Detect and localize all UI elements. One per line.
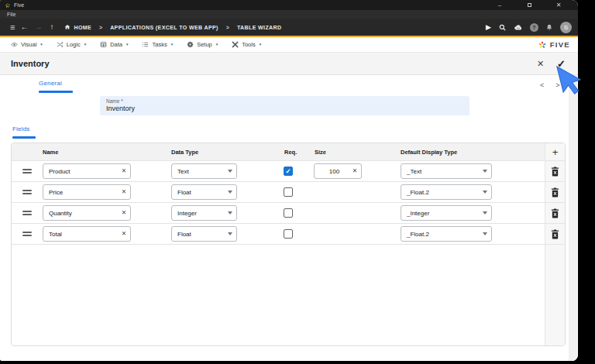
toolbar: Visual ▼ Logic ▼ Data ▼ Tasks ▼ (0, 37, 578, 53)
required-checkbox[interactable]: ✓ (284, 187, 293, 197)
nav-bar: ≡ ← → ↑ HOME > APPLICATIONS (EXCEL TO WE… (0, 19, 578, 36)
tab-fields[interactable]: Fields (12, 125, 30, 132)
field-name-input[interactable]: ✕ (43, 226, 131, 242)
column-header-default-display-type: Default Display Type (399, 149, 531, 156)
fields-table: Name Data Type Req. Size Default Display… (11, 143, 566, 346)
default-display-select[interactable]: _Integer (401, 205, 492, 221)
breadcrumb-applications[interactable]: APPLICATIONS (EXCEL TO WEB APP) (110, 25, 218, 30)
default-display-select[interactable]: _Float.2 (401, 226, 492, 242)
toolbar-menu-logic[interactable]: Logic ▼ (57, 41, 87, 48)
delete-field-button[interactable] (545, 161, 565, 181)
size-input[interactable]: ✕ (314, 163, 362, 179)
close-button[interactable]: ✕ (544, 0, 573, 10)
drag-handle-icon (22, 187, 32, 197)
default-display-select[interactable]: _Text (401, 163, 492, 179)
navbar-actions: ▶ ? S (486, 22, 572, 33)
dropdown-caret-icon: ▼ (215, 43, 218, 46)
column-header-req: Req. (283, 149, 314, 156)
clear-icon[interactable]: ✕ (122, 168, 126, 174)
menu-bar: File (0, 10, 578, 19)
clear-icon[interactable]: ✕ (353, 168, 357, 174)
notifications-button[interactable] (545, 23, 553, 32)
select-caret-icon (228, 170, 232, 173)
form-content: General < > Name * Inventory Fields Name… (0, 75, 578, 361)
app-identity: Five (5, 2, 24, 9)
drag-handle[interactable] (12, 229, 43, 239)
clear-icon[interactable]: ✕ (122, 189, 126, 195)
field-name-input[interactable]: ✕ (43, 184, 131, 200)
record-pager: < > (540, 81, 560, 89)
toolbar-menu-tools[interactable]: Tools ▼ (232, 41, 262, 48)
assistant-button[interactable] (514, 23, 523, 31)
add-field-button[interactable]: + (545, 143, 565, 160)
scrollbar[interactable] (569, 75, 577, 361)
data-type-select[interactable]: Float (171, 226, 237, 242)
name-field[interactable]: Name * Inventory (100, 96, 469, 115)
five-logo-icon (538, 40, 547, 50)
close-icon: ✕ (537, 59, 544, 68)
tab-general[interactable]: General (39, 80, 62, 87)
up-button[interactable]: ↑ (50, 23, 53, 31)
action-column-fill (545, 245, 565, 345)
toolbar-menu-label: Setup (197, 41, 212, 48)
cancel-button[interactable]: ✕ (537, 59, 544, 69)
dropdown-caret-icon: ▼ (126, 43, 129, 46)
data-type-select[interactable]: Float (171, 184, 237, 200)
field-name-input[interactable]: ✕ (43, 205, 131, 221)
column-header-size: Size (314, 149, 399, 156)
default-display-select[interactable]: _Float.2 (401, 184, 492, 200)
data-type-select[interactable]: Integer (171, 205, 237, 221)
delete-field-button[interactable] (545, 203, 565, 223)
toolbar-menu-data[interactable]: Data ▼ (100, 41, 129, 48)
toolbar-menu-tasks[interactable]: Tasks ▼ (142, 41, 174, 48)
drag-handle-icon (22, 208, 32, 218)
toolbar-menu-label: Tasks (152, 41, 167, 48)
select-caret-icon (483, 191, 487, 194)
toolbar-menu-label: Visual (21, 41, 36, 48)
bell-icon (545, 23, 553, 32)
back-button[interactable]: ← (20, 23, 28, 31)
drag-handle[interactable] (12, 208, 43, 218)
dropdown-caret-icon: ▼ (170, 43, 174, 46)
gear-icon (187, 41, 194, 48)
delete-field-button[interactable] (545, 224, 565, 244)
maximize-button[interactable] (514, 0, 544, 10)
breadcrumb-separator: > (99, 25, 102, 30)
toolbar-menu-label: Logic (67, 41, 81, 48)
toolbar-menu-label: Data (110, 41, 122, 48)
forward-button: → (34, 23, 42, 31)
help-button[interactable]: ? (530, 23, 538, 32)
breadcrumb-table-wizard[interactable]: TABLE WIZARD (237, 25, 282, 30)
dropdown-caret-icon: ▼ (259, 43, 262, 46)
drag-handle-icon (22, 229, 32, 239)
required-checkbox[interactable]: ✓ (284, 167, 293, 176)
user-avatar[interactable]: S (560, 22, 572, 33)
data-type-select[interactable]: Text (171, 163, 237, 179)
cloud-icon (514, 23, 523, 31)
drag-handle[interactable] (12, 167, 43, 176)
required-checkbox[interactable]: ✓ (284, 229, 293, 239)
plus-icon: + (552, 146, 559, 158)
eye-icon (11, 41, 18, 48)
file-menu[interactable]: File (7, 12, 15, 17)
toolbar-menu-visual[interactable]: Visual ▼ (11, 41, 43, 48)
toolbar-menu-setup[interactable]: Setup ▼ (187, 41, 218, 48)
select-caret-icon (228, 232, 232, 235)
select-caret-icon (228, 211, 232, 215)
field-row: ✕ Text ✓ ✕ _Text (12, 160, 565, 181)
form-title: Inventory (11, 59, 50, 68)
field-name-input[interactable]: ✕ (43, 163, 131, 179)
minimize-button[interactable]: – (485, 0, 514, 10)
required-checkbox[interactable]: ✓ (284, 208, 293, 218)
delete-field-button[interactable] (545, 182, 565, 202)
breadcrumb-home[interactable]: HOME (64, 24, 91, 30)
run-button[interactable]: ▶ (486, 24, 491, 31)
clear-icon[interactable]: ✕ (122, 210, 126, 216)
search-button[interactable] (498, 23, 507, 32)
drag-handle[interactable] (12, 187, 43, 197)
hamburger-menu-button[interactable]: ≡ (10, 23, 15, 32)
field-row: ✕ Integer ✓ _Integer (12, 202, 565, 223)
prev-record-button[interactable]: < (540, 81, 544, 89)
clear-icon[interactable]: ✕ (122, 231, 126, 237)
window-titlebar: Five – ✕ (0, 0, 578, 10)
